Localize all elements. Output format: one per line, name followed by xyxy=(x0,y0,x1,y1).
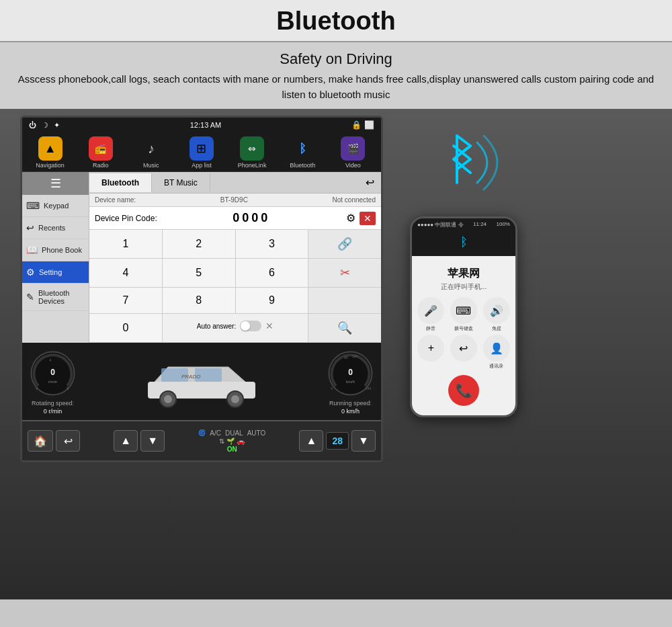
nav-item-radio[interactable]: 📻 Radio xyxy=(77,136,124,169)
end-call-button[interactable]: 📞 xyxy=(448,375,479,406)
phonelink-icon: ⇔ xyxy=(240,136,264,161)
btn-contacts[interactable]: 👤 通讯录 xyxy=(481,335,511,370)
btn-add[interactable]: + xyxy=(416,335,446,370)
status-bar-right: 🔒 ⬜ xyxy=(351,120,374,130)
ac-icons: ⇅ 🌱 🚗 xyxy=(219,437,245,445)
temp-up-button[interactable]: ▲ xyxy=(299,430,323,452)
nav-item-navigation[interactable]: ▲ Navigation xyxy=(27,136,74,169)
sidebar-item-keypad[interactable]: ⌨ Keypad xyxy=(22,195,89,217)
sidebar-item-setting[interactable]: ⚙ Setting xyxy=(22,261,89,284)
keypad-icon: ⌨ xyxy=(26,200,40,211)
tab-bluetooth[interactable]: Bluetooth xyxy=(89,173,152,192)
brightness-icon: ✦ xyxy=(54,121,60,130)
keypad-7[interactable]: 7 xyxy=(89,288,162,313)
keypad-5[interactable]: 5 xyxy=(163,259,235,287)
nav-item-video[interactable]: 🎬 Video xyxy=(329,136,376,169)
btn-speaker[interactable]: 🔊 免提 xyxy=(481,297,511,332)
bluetooth-symbol-container xyxy=(423,122,504,203)
pin-code-label: Device Pin Code: xyxy=(95,214,157,223)
screen-icon: ⬜ xyxy=(364,120,374,130)
keypad-3[interactable]: 3 xyxy=(236,230,308,258)
btn-dialpad[interactable]: ⌨ 拨号键盘 xyxy=(449,297,479,332)
page-title: Bluetooth xyxy=(0,7,672,36)
speed-value: 0 km/h xyxy=(341,408,360,415)
nav-item-phonelink[interactable]: ⇔ PhoneLink xyxy=(228,136,276,169)
car-unit: ⏻ ☽ ✦ 12:13 AM 🔒 ⬜ ▲ Navigation 📻 xyxy=(20,116,396,593)
speaker-icon: 🔊 xyxy=(483,297,510,324)
fan-down-button[interactable]: ▼ xyxy=(140,430,165,452)
connect-button[interactable]: 🔗 xyxy=(308,230,381,258)
bluetooth-nav-icon: ᛒ xyxy=(290,136,314,161)
device-name-value: BT-9D9C xyxy=(220,196,248,204)
nav-icons-row: ▲ Navigation 📻 Radio ♪ Music ⊞ App list … xyxy=(22,132,381,172)
rpm-label: Rotating speed: xyxy=(32,400,74,407)
keypad-8[interactable]: 8 xyxy=(163,288,235,313)
sidebar-item-phonebook[interactable]: 📖 Phone Book xyxy=(22,239,89,261)
toggle-knob xyxy=(241,321,250,331)
fan-up-button[interactable]: ▲ xyxy=(114,430,138,452)
disconnect-button[interactable]: ✂ xyxy=(308,259,381,287)
phone-screen: 苹果网 正在呼叫手机... 🎤 静音 ⌨ 拨号键盘 🔊 免提 xyxy=(412,256,515,415)
nav-label-radio: Radio xyxy=(93,162,109,169)
search-button[interactable]: 🔍 xyxy=(308,314,381,342)
speed-gauge: 0 km/h 0 240 80 120 xyxy=(325,348,376,399)
car-image-area: PRADO xyxy=(85,351,319,412)
sidebar-label-setting: Setting xyxy=(39,268,62,276)
sidebar-item-recents[interactable]: ↩ Recents xyxy=(22,217,89,239)
svg-text:PRADO: PRADO xyxy=(181,374,200,380)
back-button[interactable]: ↩ xyxy=(56,430,80,452)
temp-down-button[interactable]: ▼ xyxy=(351,430,376,452)
setting-icon: ⚙ xyxy=(26,267,35,278)
applist-icon: ⊞ xyxy=(190,136,214,161)
keypad-1[interactable]: 1 xyxy=(89,230,162,258)
end-call-row: 📞 xyxy=(416,375,511,406)
status-time: 12:13 AM xyxy=(190,121,221,129)
phone-time: 11:24 xyxy=(473,221,487,228)
subtitle-heading: Safety on Driving xyxy=(13,50,659,68)
tab-back-button[interactable]: ↩ xyxy=(359,172,381,193)
speaker-label: 免提 xyxy=(492,325,501,332)
page-header: Bluetooth xyxy=(0,0,672,42)
recents-icon: ↩ xyxy=(26,222,34,233)
car-screen: ⏻ ☽ ✦ 12:13 AM 🔒 ⬜ ▲ Navigation 📻 xyxy=(20,116,383,462)
contacts-label: 通讯录 xyxy=(489,363,503,370)
keypad-2[interactable]: 2 xyxy=(163,230,235,258)
pin-clear-button[interactable]: ✕ xyxy=(360,212,376,225)
keypad-9[interactable]: 9 xyxy=(236,288,308,313)
nav-label-bluetooth: Bluetooth xyxy=(290,162,315,169)
nav-item-bluetooth[interactable]: ᛒ Bluetooth xyxy=(279,136,326,169)
fan-icon: 🌀 xyxy=(198,429,206,436)
keypad-6[interactable]: 6 xyxy=(236,259,308,287)
speed-label: Running speed: xyxy=(329,400,372,407)
ctrl-group-left: 🏠 ↩ xyxy=(28,430,80,452)
pin-settings-icon[interactable]: ⚙ xyxy=(346,212,355,224)
tab-bt-music[interactable]: BT Music xyxy=(152,173,210,192)
ctrl-group-temp: ▲ 28 ▼ xyxy=(299,430,376,452)
home-button[interactable]: 🏠 xyxy=(28,430,53,452)
video-icon: 🎬 xyxy=(341,136,365,161)
nav-label-phonelink: PhoneLink xyxy=(238,162,267,169)
add-call-icon: + xyxy=(417,335,444,362)
dual-label: DUAL xyxy=(225,429,243,437)
auto-answer-toggle[interactable] xyxy=(240,321,261,331)
auto-answer-clear-icon[interactable]: ✕ xyxy=(265,321,274,331)
music-icon: ♪ xyxy=(139,136,163,161)
auto-answer-label: Auto answer: xyxy=(197,323,236,330)
sidebar-label-keypad: Keypad xyxy=(44,202,69,210)
svg-point-12 xyxy=(231,395,239,403)
sidebar-label-phonebook: Phone Book xyxy=(42,246,82,254)
nav-item-music[interactable]: ♪ Music xyxy=(128,136,175,169)
btn-mute[interactable]: 🎤 静音 xyxy=(416,297,446,332)
dialpad-label: 拨号键盘 xyxy=(454,325,473,332)
svg-text:0: 0 xyxy=(348,368,353,377)
nav-item-applist[interactable]: ⊞ App list xyxy=(178,136,225,169)
keypad-4[interactable]: 4 xyxy=(89,259,162,287)
subtitle-description: Asscess phonebook,call logs, seach conta… xyxy=(13,72,659,102)
sidebar-item-bluetooth-devices[interactable]: ✎ Bluetooth Devices xyxy=(22,284,89,311)
keypad-0[interactable]: 0 xyxy=(89,314,162,342)
car-silhouette: PRADO xyxy=(134,355,269,409)
call-status: 正在呼叫手机... xyxy=(416,282,511,292)
svg-text:r/min: r/min xyxy=(48,380,57,384)
nav-label-music: Music xyxy=(143,162,159,169)
btn-hold[interactable]: ↩ xyxy=(449,335,479,370)
